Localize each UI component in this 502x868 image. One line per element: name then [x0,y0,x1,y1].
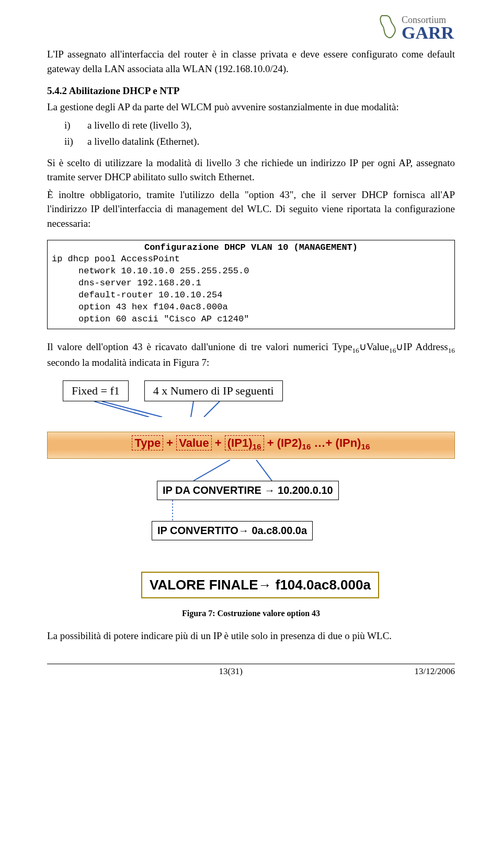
page-number: 13(31) [219,666,243,677]
formula-bar: Type + Value + (IP1)16 + (IP2)16 …+ (IPn… [47,432,455,459]
list-item: a livello di rete (livello 3), [87,118,200,133]
closing-paragraph: La possibilità di potere indicare più di… [47,629,455,643]
document-page: Consortium GARR L'IP assegnato all'inter… [0,0,502,698]
ip-to-convert-box: IP DA CONVERTIRE → 10.200.0.10 [157,481,339,500]
svg-line-5 [256,460,272,481]
fixed-box: Fixed = f1 [63,380,129,401]
connector-mid [47,460,455,481]
svg-line-2 [191,401,193,417]
svg-line-0 [94,401,149,417]
svg-line-1 [102,401,162,417]
connector-top [47,401,455,417]
page-footer: 13(31) 13/12/2006 [47,664,455,677]
option43-formula-paragraph: Il valore dell'option 43 è ricavato dall… [47,340,455,370]
list-item: a livello datalink (Ethernet). [87,134,200,149]
figure-caption: Figura 7: Costruzione valore option 43 [47,609,455,618]
count-box: 4 x Numero di IP seguenti [144,380,283,401]
consortium-garr-logo: Consortium GARR [371,10,471,46]
option43-paragraph: È inoltre obbligatorio, tramite l'utiliz… [47,188,455,231]
mode-list: i)a livello di rete (livello 3), ii)a li… [63,117,201,151]
dhcp-config-box: Configurazione DHCP VLAN 10 (MANAGEMENT)… [47,240,455,329]
formula-text: Type + Value + (IP1)16 + (IP2)16 …+ (IPn… [48,436,454,452]
intro-paragraph: L'IP assegnato all'interfaccia del route… [47,47,455,76]
code-title: Configurazione DHCP VLAN 10 (MANAGEMENT) [48,240,454,253]
option43-diagram: Fixed = f1 4 x Numero di IP seguenti Typ… [47,380,455,598]
section-heading: 5.4.2 Abilitazione DHCP e NTP [47,85,455,97]
logo-text-2: GARR [402,23,454,42]
svg-line-4 [193,460,230,481]
ip-converted-box: IP CONVERTITO→ 0a.c8.00.0a [152,521,313,540]
final-value-box: VALORE FINALE→ f104.0ac8.000a [141,572,379,598]
page-date: 13/12/2006 [415,666,455,677]
connector-dashed [47,500,455,521]
modes-intro: La gestione degli AP da parte del WLCM p… [47,100,455,114]
code-body: ip dhcp pool AccessPoint network 10.10.1… [48,253,454,329]
choice-paragraph: Si è scelto di utilizzare la modalità di… [47,156,455,184]
svg-line-3 [204,401,220,417]
